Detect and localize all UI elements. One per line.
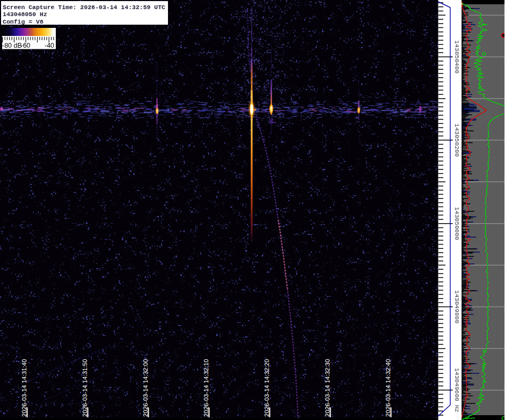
svg-text:143049800: 143049800 [453, 290, 460, 323]
svg-text:-60: -60 [21, 42, 31, 49]
svg-text:143048050 Hz: 143048050 Hz [3, 11, 47, 18]
svg-text:2026-03-14 14:31:40: 2026-03-14 14:31:40 [20, 359, 27, 417]
svg-text:143050200: 143050200 [453, 123, 460, 157]
svg-text:143050000: 143050000 [453, 207, 460, 240]
svg-text:2026-03-14 14:31:50: 2026-03-14 14:31:50 [81, 359, 88, 417]
svg-text:-40: -40 [45, 42, 54, 49]
svg-text:-80 dB: -80 dB [2, 42, 22, 49]
svg-text:2026-03-14 14:32:40: 2026-03-14 14:32:40 [384, 359, 391, 417]
svg-text:Screen Capture Time: 2026-03-1: Screen Capture Time: 2026-03-14 14:32:59… [3, 4, 165, 11]
svg-text:2026-03-14 14:32:00: 2026-03-14 14:32:00 [142, 359, 149, 417]
svg-text:2026-03-14 14:32:20: 2026-03-14 14:32:20 [263, 359, 270, 417]
svg-text:2026-03-14 14:32:10: 2026-03-14 14:32:10 [202, 359, 209, 417]
svg-text:143050400: 143050400 [453, 40, 460, 73]
svg-text:Config = V8: Config = V8 [3, 18, 43, 25]
svg-text:143049600 Hz: 143049600 Hz [453, 368, 460, 412]
svg-text:2026-03-14 14:32:30: 2026-03-14 14:32:30 [324, 359, 331, 417]
